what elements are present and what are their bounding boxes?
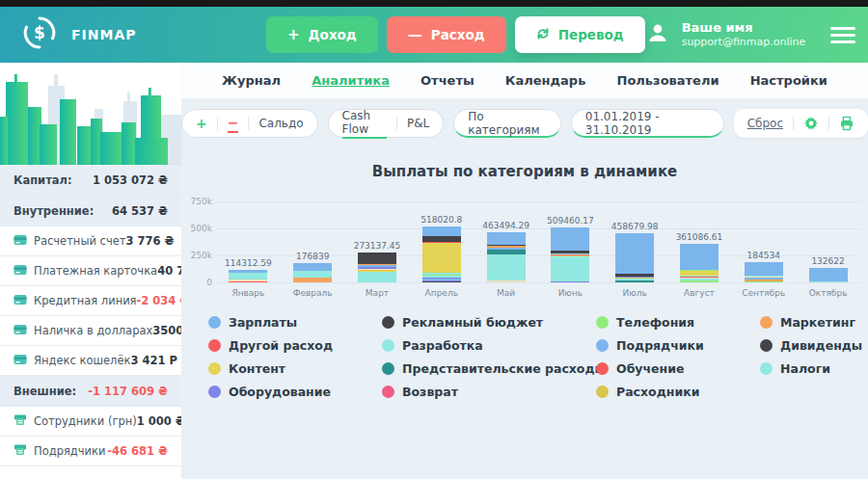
- date-range-picker[interactable]: 01.01.2019 - 31.10.2019: [571, 109, 724, 138]
- legend-item[interactable]: Разработка: [382, 338, 596, 353]
- bar-apr[interactable]: [422, 226, 461, 282]
- sidebar-row-label: Расчетный счет: [34, 234, 126, 248]
- saldo-minus-toggle[interactable]: −: [228, 115, 239, 133]
- bar-feb[interactable]: [293, 263, 332, 282]
- tab-settings[interactable]: Настройки: [750, 73, 827, 88]
- bar-segment[interactable]: [745, 281, 783, 282]
- sidebar-row-cash-usd[interactable]: Наличка в долларах3500 $: [0, 316, 181, 346]
- tab-reports[interactable]: Отчеты: [420, 73, 475, 88]
- tab-users[interactable]: Пользователи: [617, 73, 719, 88]
- legend-item[interactable]: Расходники: [596, 385, 760, 399]
- legend-item[interactable]: Обучение: [596, 361, 760, 376]
- settings-gear-icon[interactable]: [803, 116, 819, 131]
- transfer-button[interactable]: Перевод: [515, 16, 645, 53]
- bar-segment[interactable]: [615, 280, 654, 282]
- bar-segment[interactable]: [680, 280, 719, 282]
- legend-label: Другой расход: [229, 338, 333, 353]
- sidebar-row-checking-account[interactable]: Расчетный счет3 776 ₴: [0, 226, 181, 256]
- legend-item[interactable]: Дивиденды: [760, 338, 868, 353]
- tab-journal[interactable]: Журнал: [222, 73, 281, 88]
- bar-segment[interactable]: [809, 281, 848, 282]
- bar-segment[interactable]: [422, 226, 461, 236]
- x-tick-label: Апрель: [409, 288, 474, 298]
- bar-aug[interactable]: [680, 244, 719, 282]
- bar-segment[interactable]: [745, 262, 783, 276]
- legend-item[interactable]: Маркетинг: [760, 315, 868, 330]
- chart-title: Выплаты по категориям в динамике: [181, 163, 868, 180]
- grouping-select[interactable]: По категориям: [453, 109, 561, 138]
- bar-total-label: 176839: [296, 252, 329, 261]
- bar-segment[interactable]: [551, 281, 589, 282]
- bar-slot-apr: 518020.8: [409, 201, 474, 282]
- top-black-bar: [0, 0, 868, 7]
- bar-sep[interactable]: [745, 262, 783, 282]
- tab-analytics[interactable]: Аналитика: [312, 73, 390, 88]
- expense-button[interactable]: — Расход: [387, 16, 506, 53]
- legend-item[interactable]: Подрядчики: [596, 338, 760, 353]
- bar-slot-mar: 273137.45: [345, 201, 410, 282]
- bar-slot-jun: 509460.17: [538, 201, 603, 282]
- bar-segment[interactable]: [487, 280, 526, 282]
- user-block[interactable]: Ваше имя support@finmap.online: [645, 20, 868, 49]
- bar-segment[interactable]: [487, 232, 526, 244]
- legend-item[interactable]: Представительские расходы: [382, 361, 596, 376]
- bar-mar[interactable]: [358, 253, 396, 282]
- bar-segment[interactable]: [229, 281, 267, 282]
- print-icon[interactable]: [839, 116, 854, 131]
- saldo-plus-toggle[interactable]: +: [196, 116, 207, 131]
- report-type-toggle[interactable]: Cash Flow P&L: [328, 109, 445, 138]
- bar-segment[interactable]: [551, 227, 589, 251]
- bar-jul[interactable]: [615, 233, 654, 282]
- pnl-tab[interactable]: P&L: [407, 117, 429, 130]
- x-tick-label: Февраль: [281, 288, 345, 298]
- bar-segment[interactable]: [358, 272, 396, 282]
- bar-segment[interactable]: [551, 256, 589, 281]
- bar-may[interactable]: [487, 232, 526, 282]
- bar-segment[interactable]: [487, 254, 526, 280]
- bar-segment[interactable]: [809, 268, 848, 281]
- legend-item[interactable]: Другой расход: [208, 338, 382, 353]
- sidebar-row-label: Яндекс кошелёк: [34, 354, 130, 367]
- legend-item[interactable]: Телефония: [596, 315, 760, 330]
- x-tick-label: Октябрь: [796, 288, 860, 298]
- legend-dot: [596, 339, 609, 352]
- bar-segment[interactable]: [293, 278, 332, 282]
- menu-hamburger-icon[interactable]: [830, 27, 855, 43]
- sidebar-row-value: -46 681 ₴: [107, 444, 168, 458]
- sidebar-row-credit-line[interactable]: Кредитная линия-2 034 ₴: [0, 286, 181, 316]
- bar-segment[interactable]: [680, 244, 719, 271]
- legend-item[interactable]: Оборудование: [208, 385, 382, 399]
- legend-item[interactable]: Рекламный бюджет: [382, 315, 596, 330]
- sidebar-row-label: Платежная карточка: [34, 264, 157, 278]
- sidebar-row-value: 3 421 Р: [130, 354, 176, 367]
- brand-block[interactable]: $ FINMAP: [0, 14, 181, 55]
- tab-calendar[interactable]: Календарь: [505, 73, 586, 88]
- bar-oct[interactable]: [809, 268, 848, 282]
- y-axis-labels: 750k500k250k0: [187, 201, 216, 282]
- bar-segment[interactable]: [293, 271, 332, 278]
- sidebar-row-payment-card[interactable]: Платежная карточка40 725 ₴: [0, 256, 181, 286]
- bar-segment[interactable]: [422, 281, 461, 282]
- sidebar-row-label: Подрядчики: [34, 444, 106, 458]
- bar-jun[interactable]: [551, 227, 589, 282]
- legend-item[interactable]: Возврат: [382, 385, 596, 399]
- cashflow-tab[interactable]: Cash Flow: [342, 109, 388, 139]
- saldo-toggle[interactable]: + − Сальдо: [181, 109, 318, 138]
- legend-item[interactable]: Налоги: [760, 361, 868, 376]
- bar-jan[interactable]: [229, 270, 267, 282]
- income-button[interactable]: + Доход: [266, 16, 378, 53]
- reset-filters-link[interactable]: Сброс: [747, 117, 783, 130]
- sidebar-row-yandex-wallet[interactable]: Яндекс кошелёк3 421 Р: [0, 346, 181, 376]
- sidebar-row-contractors[interactable]: Подрядчики-46 681 ₴: [0, 437, 181, 466]
- legend-item[interactable]: Зарплаты: [208, 315, 382, 330]
- y-tick-label: 750k: [191, 197, 212, 206]
- bar-total-label: 518020.8: [420, 215, 462, 225]
- legend-item[interactable]: Контент: [208, 361, 382, 376]
- bar-segment[interactable]: [358, 253, 396, 263]
- bar-segment[interactable]: [422, 243, 461, 273]
- bar-segment[interactable]: [615, 233, 654, 274]
- sidebar-row-employees-uah[interactable]: Сотрудники (грн)1 000 ₴: [0, 407, 181, 437]
- bar-total-label: 458679.98: [611, 222, 659, 231]
- legend-label: Дивиденды: [780, 338, 862, 353]
- bar-segment[interactable]: [293, 263, 332, 271]
